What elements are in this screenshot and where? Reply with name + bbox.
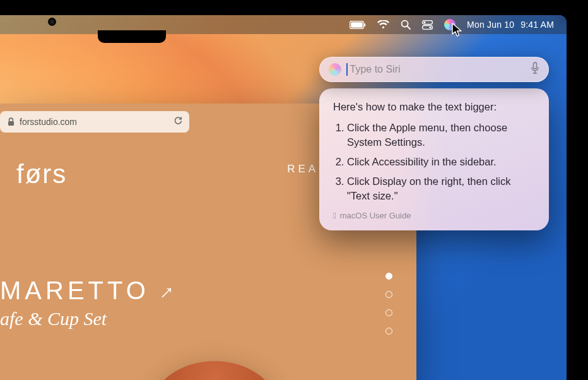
carousel-dot-3[interactable] (385, 309, 392, 316)
display-notch (98, 30, 166, 43)
hero-title[interactable]: MARETTO→ (0, 276, 180, 305)
svg-rect-1 (351, 22, 363, 28)
screen: Mon Jun 10 9:41 AM forsstudio.com førs R… (0, 15, 567, 380)
siri-response-card: Here's how to make the text bigger: Clic… (319, 88, 549, 230)
carousel-dots (385, 273, 392, 335)
siri-step-1: Click the Apple menu, then choose System… (347, 121, 536, 150)
siri-input-panel (319, 57, 549, 82)
address-bar[interactable]: forsstudio.com (0, 111, 189, 133)
product-image (151, 361, 278, 380)
hero-subtitle: afe & Cup Set (0, 308, 107, 330)
siri-heading: Here's how to make the text bigger: (333, 100, 536, 114)
svg-point-7 (423, 21, 425, 23)
reload-icon[interactable] (173, 116, 183, 128)
microphone-icon[interactable] (531, 62, 539, 77)
menubar-date[interactable]: Mon Jun 10 (467, 20, 514, 30)
siri-step-3: Click Display on the right, then click "… (347, 174, 536, 203)
text-caret (346, 63, 348, 76)
url-text: forsstudio.com (20, 117, 168, 127)
wifi-icon[interactable] (377, 20, 389, 29)
carousel-dot-4[interactable] (385, 328, 392, 335)
carousel-dot-2[interactable] (385, 291, 392, 298)
svg-rect-9 (8, 121, 14, 126)
svg-point-8 (429, 26, 431, 28)
svg-rect-10 (534, 62, 537, 69)
spotlight-icon[interactable] (401, 20, 411, 30)
siri-menubar-icon[interactable] (444, 19, 456, 30)
menubar-time[interactable]: 9:41 AM (520, 20, 554, 30)
siri-icon (329, 63, 341, 76)
svg-line-4 (407, 26, 410, 29)
siri-text-input[interactable] (350, 64, 526, 75)
apple-logo-icon:  (333, 210, 336, 222)
siri-source-link[interactable]:  macOS User Guide (333, 210, 536, 222)
siri-step-2: Click Accessibility in the sidebar. (347, 155, 536, 169)
menubar: Mon Jun 10 9:41 AM (0, 15, 567, 34)
lock-icon (8, 117, 15, 126)
battery-icon[interactable] (350, 21, 366, 29)
svg-rect-2 (364, 23, 365, 27)
control-center-icon[interactable] (422, 20, 433, 30)
camera-dot (48, 18, 56, 26)
carousel-dot-1[interactable] (385, 273, 392, 280)
